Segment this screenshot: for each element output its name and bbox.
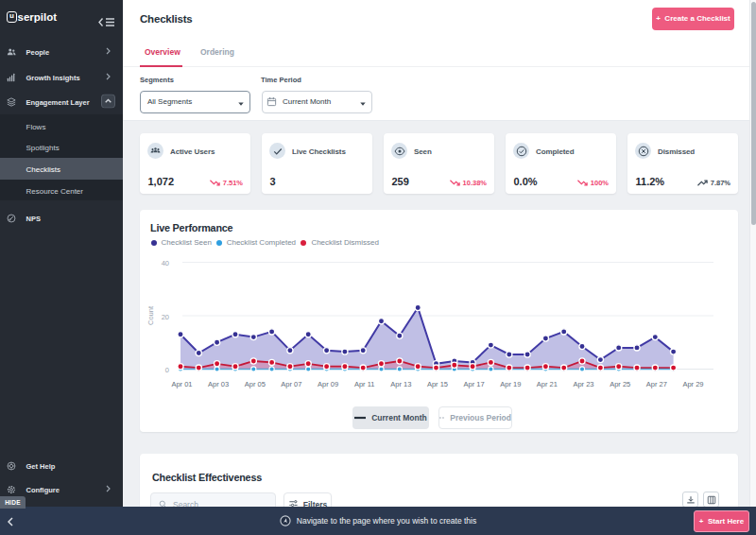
svg-text:Count: Count <box>146 305 155 325</box>
svg-text:Apr 11: Apr 11 <box>354 380 375 388</box>
svg-text:Apr 01: Apr 01 <box>171 380 192 388</box>
svg-text:Apr 27: Apr 27 <box>646 380 667 388</box>
svg-text:Apr 21: Apr 21 <box>537 380 558 388</box>
svg-text:Apr 15: Apr 15 <box>427 380 448 388</box>
svg-text:40: 40 <box>162 259 169 268</box>
svg-text:Apr 05: Apr 05 <box>245 380 266 388</box>
svg-text:Apr 07: Apr 07 <box>281 380 301 388</box>
svg-text:Apr 23: Apr 23 <box>573 380 593 388</box>
svg-text:Apr 13: Apr 13 <box>390 380 411 388</box>
svg-text:20: 20 <box>162 313 169 321</box>
svg-text:Apr 29: Apr 29 <box>682 380 703 388</box>
svg-text:Apr 09: Apr 09 <box>318 380 338 388</box>
svg-text:Apr 17: Apr 17 <box>464 380 485 388</box>
svg-text:0: 0 <box>165 366 169 374</box>
svg-text:Apr 19: Apr 19 <box>500 380 521 388</box>
svg-text:Apr 25: Apr 25 <box>610 380 630 388</box>
svg-text:Apr 03: Apr 03 <box>208 380 229 388</box>
